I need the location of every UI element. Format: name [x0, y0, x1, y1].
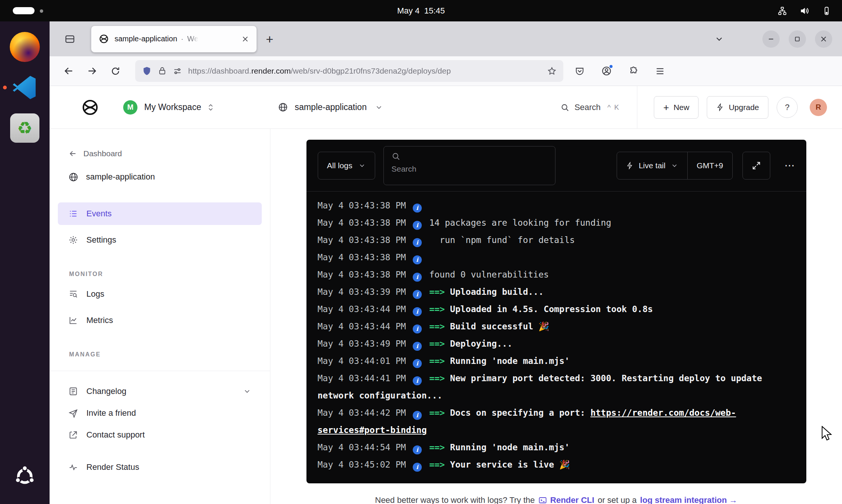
- sidebar-item-logs[interactable]: Logs: [58, 283, 262, 305]
- log-arrow: ==>: [429, 442, 450, 452]
- minimize-button[interactable]: [762, 30, 780, 48]
- pocket-icon[interactable]: [575, 66, 585, 76]
- log-filter-label: All logs: [327, 161, 353, 170]
- globe-icon: [278, 102, 288, 112]
- ubuntu-dock-icon[interactable]: [8, 460, 41, 493]
- list-icon: [68, 209, 78, 219]
- upgrade-button[interactable]: Upgrade: [707, 96, 768, 119]
- user-avatar[interactable]: R: [810, 99, 827, 116]
- close-button[interactable]: [815, 30, 832, 48]
- log-timestamp: May 4 03:45:02 PM: [318, 460, 406, 469]
- workspace-switcher-icon[interactable]: [207, 103, 215, 112]
- tab-close-icon[interactable]: [241, 35, 249, 43]
- live-tail-label: Live tail: [639, 161, 665, 170]
- sidebar-section-monitor: MONITOR: [50, 271, 270, 278]
- new-tab-button[interactable]: +: [266, 33, 273, 45]
- info-icon: i: [413, 238, 422, 247]
- log-timestamp: May 4 03:44:01 PM: [318, 356, 406, 366]
- back-button[interactable]: [59, 62, 78, 80]
- service-selector[interactable]: sample-application: [278, 102, 383, 112]
- log-arrow: ==>: [429, 460, 450, 469]
- maximize-button[interactable]: [789, 30, 806, 48]
- system-clock[interactable]: May 4 15:45: [397, 6, 445, 16]
- log-timestamp: May 4 03:43:39 PM: [318, 287, 406, 297]
- logs-more-button[interactable]: ⋯: [785, 160, 795, 171]
- expand-logs-button[interactable]: [742, 152, 770, 180]
- sidebar-service-label: sample-application: [86, 172, 155, 182]
- tab-title-separator: ·: [181, 35, 184, 43]
- log-row: May 4 03:43:38 PMifound 0 vulnerabilitie…: [318, 266, 795, 283]
- list-all-tabs-icon[interactable]: [714, 34, 724, 44]
- toolbar-right: [575, 66, 665, 76]
- info-icon: i: [413, 359, 422, 368]
- reload-button[interactable]: [106, 62, 125, 80]
- sidebar-item-label: Changelog: [86, 386, 126, 396]
- log-arrow: ==>: [429, 356, 450, 366]
- bookmark-star-icon[interactable]: [547, 66, 557, 76]
- log-timestamp: May 4 03:43:49 PM: [318, 339, 406, 349]
- terminal-icon: [538, 496, 547, 504]
- software-updater-dock-icon[interactable]: ♻: [8, 112, 41, 145]
- sidebar-item-metrics[interactable]: Metrics: [58, 309, 262, 332]
- url-toolbar: https://dashboard.render.com/web/srv-d0b…: [50, 56, 842, 86]
- log-message: Build successful 🎉: [450, 321, 549, 331]
- sidebar-item-render-status[interactable]: Render Status: [58, 457, 262, 478]
- chevron-down-icon[interactable]: [243, 387, 251, 395]
- menu-icon[interactable]: [655, 66, 665, 76]
- footer-text: Need better ways to work with logs? Try …: [375, 495, 535, 504]
- extensions-icon[interactable]: [628, 66, 638, 76]
- log-row: May 4 03:43:38 PMi run `npm fund` for de…: [318, 231, 795, 249]
- bolt-icon: [716, 103, 724, 111]
- browser-tab[interactable]: sample-application · We: [91, 26, 257, 53]
- render-cli-link[interactable]: Render CLI: [538, 495, 594, 504]
- log-timestamp: May 4 03:43:38 PM: [318, 252, 406, 262]
- logs-footer-note: Need better ways to work with logs? Try …: [375, 495, 738, 504]
- log-search-input[interactable]: Search: [383, 146, 555, 185]
- sidebar-item-invite-a-friend[interactable]: Invite a friend: [58, 403, 262, 424]
- info-icon: i: [413, 411, 422, 420]
- sidebar-item-settings[interactable]: Settings: [58, 229, 262, 251]
- firefox-view-button[interactable]: [59, 29, 80, 50]
- log-timestamp: May 4 03:43:44 PM: [318, 321, 406, 331]
- info-icon: i: [413, 255, 422, 264]
- sidebar-manage-group: ChangelogInvite a friendContact supportR…: [50, 371, 270, 478]
- mouse-cursor: [821, 426, 834, 442]
- permissions-icon[interactable]: [173, 66, 182, 76]
- sidebar-monitor-group: LogsMetrics: [50, 283, 270, 335]
- account-icon[interactable]: [601, 66, 612, 76]
- tab-favicon: [99, 34, 109, 44]
- live-tail-button[interactable]: Live tail: [617, 152, 687, 179]
- sidebar-item-events[interactable]: Events: [58, 202, 262, 225]
- workspace-avatar[interactable]: M: [123, 100, 137, 115]
- log-stream-link[interactable]: log stream integration →: [640, 495, 737, 504]
- sidebar-service[interactable]: sample-application: [50, 168, 270, 186]
- sidebar: Dashboard sample-application EventsSetti…: [50, 129, 270, 504]
- new-button[interactable]: +New: [654, 96, 699, 119]
- url-path: /web/srv-d0bgp21r0fns73dena2g/deploys/de…: [291, 66, 451, 75]
- timezone-button[interactable]: GMT+9: [687, 152, 732, 179]
- workspace-name[interactable]: My Workspace: [144, 102, 201, 112]
- help-button[interactable]: ?: [777, 97, 798, 118]
- forward-button[interactable]: [83, 62, 101, 80]
- address-bar[interactable]: https://dashboard.render.com/web/srv-d0b…: [135, 60, 563, 82]
- log-search-icon: [68, 289, 78, 299]
- sidebar-item-contact-support[interactable]: Contact support: [58, 424, 262, 445]
- render-logo[interactable]: [81, 98, 99, 116]
- log-output[interactable]: May 4 03:43:38 PMiMay 4 03:43:38 PMi14 p…: [306, 192, 806, 483]
- global-search[interactable]: Search ^ K: [560, 103, 620, 112]
- log-row: May 4 03:43:39 PMi==> Uploading build...: [318, 283, 795, 300]
- tab-title-text: sample-application: [115, 35, 177, 43]
- vscode-logo: [12, 75, 37, 100]
- shield-icon[interactable]: [142, 66, 152, 76]
- sidebar-back-dashboard[interactable]: Dashboard: [50, 145, 270, 162]
- sidebar-item-changelog[interactable]: Changelog: [58, 381, 262, 402]
- logs-toolbar: All logs Search Live: [306, 140, 806, 192]
- system-tray[interactable]: [777, 0, 831, 21]
- firefox-dock-icon[interactable]: [8, 30, 41, 63]
- log-message: Docs on specifying a port:: [450, 408, 590, 418]
- lock-icon[interactable]: [158, 66, 167, 75]
- info-icon: i: [413, 290, 422, 299]
- log-search-placeholder: Search: [391, 164, 548, 174]
- log-filter-dropdown[interactable]: All logs: [318, 152, 376, 180]
- vscode-dock-icon[interactable]: [8, 71, 41, 104]
